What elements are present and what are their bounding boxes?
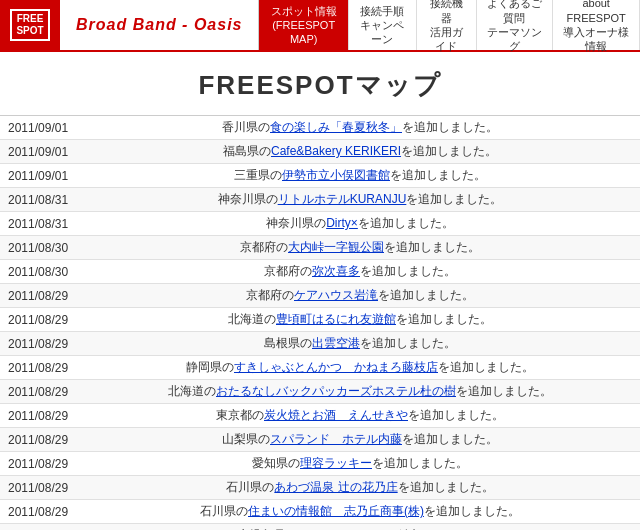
table-row: 2011/08/29島根県の出雲空港を追加しました。	[0, 332, 640, 356]
info-cell: 三重県の伊勢市立小俣図書館を追加しました。	[80, 164, 640, 188]
nav-item-4[interactable]: about FREESPOT導入オーナ様情報	[553, 0, 640, 50]
info-link[interactable]: あわづ温泉 辻の花乃庄	[274, 480, 397, 494]
info-cell: 愛知県の理容ラッキーを追加しました。	[80, 452, 640, 476]
info-suffix: を追加しました。	[378, 288, 474, 302]
table-row: 2011/08/29石川県の住まいの情報館 志乃丘商事(株)を追加しました。	[0, 500, 640, 524]
info-prefix: 石川県の	[200, 504, 248, 518]
info-suffix: を追加しました。	[401, 144, 497, 158]
info-prefix: 石川県の	[226, 480, 274, 494]
info-cell: 神奈川県のDirty×を追加しました。	[80, 212, 640, 236]
date-cell: 2011/09/01	[0, 164, 80, 188]
date-cell: 2011/08/29	[0, 476, 80, 500]
info-suffix: を追加しました。	[408, 408, 504, 422]
info-link[interactable]: 伊勢市立小俣図書館	[282, 168, 390, 182]
info-cell: 島根県の出雲空港を追加しました。	[80, 332, 640, 356]
info-cell: 東京都の炭火焼とお酒 えんせきやを追加しました。	[80, 404, 640, 428]
table-row: 2011/08/30京都府の大内峠一字観公園を追加しました。	[0, 236, 640, 260]
info-cell: 神奈川県のリトルホテルKURANJUを追加しました。	[80, 188, 640, 212]
info-prefix: 京都府の	[246, 288, 294, 302]
info-link[interactable]: 豊頃町はるにれ友遊館	[276, 312, 396, 326]
date-cell: 2011/08/29	[0, 284, 80, 308]
info-link[interactable]: 理容ラッキー	[300, 456, 372, 470]
info-cell: 石川県のあわづ温泉 辻の花乃庄を追加しました。	[80, 476, 640, 500]
brand-title: Broad Band - Oasis	[76, 16, 242, 34]
info-link[interactable]: 弥次喜多	[312, 264, 360, 278]
info-link[interactable]: Dirty×	[326, 216, 358, 230]
info-suffix: を追加しました。	[398, 480, 494, 494]
table-row: 2011/08/29愛知県の理容ラッキーを追加しました。	[0, 452, 640, 476]
content-table: 2011/09/01香川県の食の楽しみ「春夏秋冬」を追加しました。2011/09…	[0, 116, 640, 530]
info-suffix: を追加しました。	[402, 432, 498, 446]
info-prefix: 京都府の	[264, 264, 312, 278]
date-cell: 2011/08/31	[0, 188, 80, 212]
info-prefix: 東京都の	[216, 408, 264, 422]
info-prefix: 島根県の	[264, 336, 312, 350]
nav-item-2[interactable]: 接続機器活用ガイド	[417, 0, 477, 50]
date-cell: 2011/08/29	[0, 308, 80, 332]
date-cell: 2011/08/29	[0, 380, 80, 404]
info-suffix: を追加しました。	[406, 192, 502, 206]
info-link[interactable]: 食の楽しみ「春夏秋冬」	[270, 120, 402, 134]
info-link[interactable]: すきしゃぶとんかつ かねまろ藤枝店	[234, 360, 438, 374]
date-cell: 2011/08/29	[0, 332, 80, 356]
info-link[interactable]: リトルホテルKURANJU	[278, 192, 407, 206]
info-suffix: を追加しました。	[360, 336, 456, 350]
info-cell: 鹿児島県のS.C.C SHIMAZUを追加しました。	[80, 524, 640, 531]
page-title-area: FREESPOTマップ	[0, 52, 640, 116]
info-suffix: を追加しました。	[358, 216, 454, 230]
date-cell: 2011/08/29	[0, 500, 80, 524]
info-link[interactable]: Cafe&Bakery KERIKERI	[271, 144, 401, 158]
table-row: 2011/08/29北海道の豊頃町はるにれ友遊館を追加しました。	[0, 308, 640, 332]
info-prefix: 香川県の	[222, 120, 270, 134]
table-row: 2011/08/29鹿児島県のS.C.C SHIMAZUを追加しました。	[0, 524, 640, 531]
table-row: 2011/08/29静岡県のすきしゃぶとんかつ かねまろ藤枝店を追加しました。	[0, 356, 640, 380]
info-cell: 北海道の豊頃町はるにれ友遊館を追加しました。	[80, 308, 640, 332]
info-suffix: を追加しました。	[438, 360, 534, 374]
info-cell: 福島県のCafe&Bakery KERIKERIを追加しました。	[80, 140, 640, 164]
info-cell: 石川県の住まいの情報館 志乃丘商事(株)を追加しました。	[80, 500, 640, 524]
info-link[interactable]: 炭火焼とお酒 えんせきや	[264, 408, 408, 422]
date-cell: 2011/08/30	[0, 236, 80, 260]
info-link[interactable]: 住まいの情報館 志乃丘商事(株)	[248, 504, 424, 518]
date-cell: 2011/09/01	[0, 116, 80, 140]
date-cell: 2011/08/29	[0, 452, 80, 476]
info-cell: 静岡県のすきしゃぶとんかつ かねまろ藤枝店を追加しました。	[80, 356, 640, 380]
freespot-logo: FREESPOT	[10, 9, 49, 41]
info-cell: 京都府の弥次喜多を追加しました。	[80, 260, 640, 284]
nav-area: スポット情報(FREESPOT MAP)接続手順キャンペーン接続機器活用ガイドよ…	[259, 0, 640, 50]
date-cell: 2011/08/31	[0, 212, 80, 236]
date-cell: 2011/08/29	[0, 404, 80, 428]
info-link[interactable]: 出雲空港	[312, 336, 360, 350]
table-row: 2011/09/01香川県の食の楽しみ「春夏秋冬」を追加しました。	[0, 116, 640, 140]
date-cell: 2011/08/29	[0, 356, 80, 380]
table-row: 2011/09/01三重県の伊勢市立小俣図書館を追加しました。	[0, 164, 640, 188]
info-cell: 京都府のケアハウス岩滝を追加しました。	[80, 284, 640, 308]
table-row: 2011/08/31神奈川県のリトルホテルKURANJUを追加しました。	[0, 188, 640, 212]
info-prefix: 静岡県の	[186, 360, 234, 374]
info-cell: 京都府の大内峠一字観公園を追加しました。	[80, 236, 640, 260]
info-prefix: 北海道の	[228, 312, 276, 326]
info-suffix: を追加しました。	[396, 312, 492, 326]
info-prefix: 北海道の	[168, 384, 216, 398]
info-link[interactable]: ケアハウス岩滝	[294, 288, 378, 302]
info-link[interactable]: 大内峠一字観公園	[288, 240, 384, 254]
date-cell: 2011/08/30	[0, 260, 80, 284]
info-suffix: を追加しました。	[372, 456, 468, 470]
info-link[interactable]: おたるなしバックパッカーズホステル杜の樹	[216, 384, 456, 398]
table-row: 2011/09/01福島県のCafe&Bakery KERIKERIを追加しまし…	[0, 140, 640, 164]
header: FREESPOT Broad Band - Oasis スポット情報(FREES…	[0, 0, 640, 52]
nav-item-1[interactable]: 接続手順キャンペーン	[349, 0, 417, 50]
info-suffix: を追加しました。	[360, 264, 456, 278]
logo-area: FREESPOT	[0, 0, 60, 50]
info-link[interactable]: スパランド ホテル内藤	[270, 432, 402, 446]
info-prefix: 神奈川県の	[218, 192, 278, 206]
info-suffix: を追加しました。	[456, 384, 552, 398]
info-suffix: を追加しました。	[402, 120, 498, 134]
table-row: 2011/08/29山梨県のスパランド ホテル内藤を追加しました。	[0, 428, 640, 452]
info-suffix: を追加しました。	[390, 168, 486, 182]
table-row: 2011/08/30京都府の弥次喜多を追加しました。	[0, 260, 640, 284]
nav-item-0[interactable]: スポット情報(FREESPOT MAP)	[259, 0, 348, 50]
table-row: 2011/08/29京都府のケアハウス岩滝を追加しました。	[0, 284, 640, 308]
date-cell: 2011/09/01	[0, 140, 80, 164]
nav-item-3[interactable]: よくあるご質問テーマソング	[477, 0, 554, 50]
